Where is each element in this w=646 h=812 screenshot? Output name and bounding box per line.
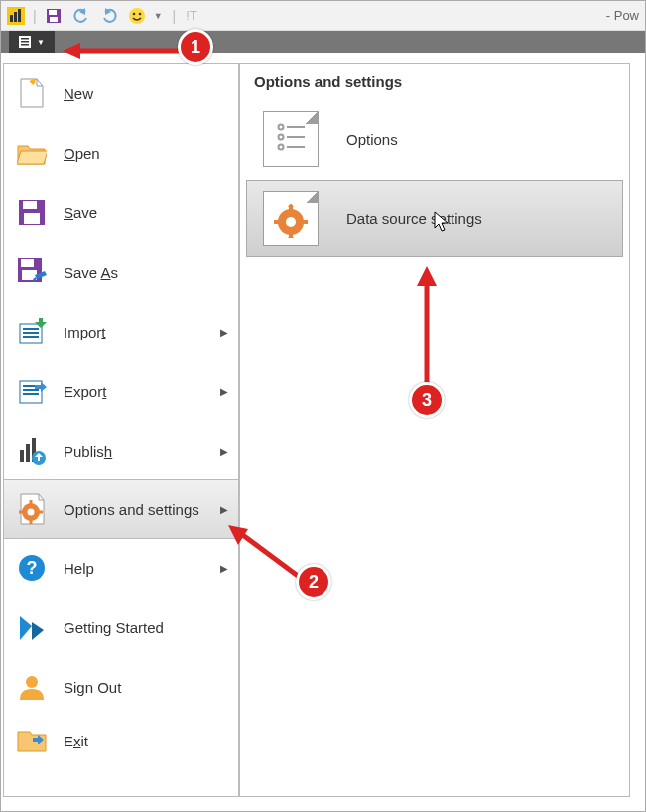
qat-separator: | [33,8,37,24]
svg-rect-51 [274,220,279,224]
svg-rect-18 [21,259,34,267]
svg-rect-37 [39,511,43,514]
smiley-icon[interactable] [126,5,148,27]
options-settings-icon [16,493,48,525]
svg-rect-13 [21,44,29,46]
qat-separator: | [173,8,177,24]
qat-dropdown-icon[interactable]: ▼ [154,11,163,21]
chevron-right-icon: ▶ [220,563,228,574]
menu-label-help: Help [64,560,226,577]
svg-rect-44 [287,136,305,138]
redo-icon[interactable] [98,5,120,27]
svg-rect-6 [50,17,58,22]
menu-label-optset: Options and settings [64,501,226,518]
svg-point-41 [279,125,284,130]
svg-rect-28 [20,450,24,462]
annotation-badge-3: 3 [409,382,445,418]
svg-text:?: ? [27,558,38,578]
save-icon[interactable] [43,5,65,27]
exit-icon [16,725,48,756]
svg-rect-15 [23,201,37,209]
menu-item-help[interactable]: ? Help ▶ [4,538,238,598]
svg-rect-29 [26,444,30,462]
svg-rect-46 [287,146,305,148]
svg-rect-3 [18,9,21,22]
menu-item-exit[interactable]: Exit [4,717,238,764]
titlebar: | ▼ | !T - Pow [1,1,645,31]
menu-label-saveas: Save As [64,264,226,281]
undo-icon[interactable] [70,5,92,27]
file-tab-button[interactable]: ▼ [9,31,55,53]
export-icon [16,375,48,407]
help-icon: ? [16,552,48,584]
submenu-panel: Options and settings Options Data source… [239,63,630,797]
svg-point-7 [129,8,145,24]
menu-label-import: Import [64,324,226,340]
new-file-icon [16,77,48,109]
menu-item-open[interactable]: Open [4,123,238,183]
svg-rect-12 [21,41,29,43]
submenu-label-dss: Data source settings [346,210,482,227]
svg-rect-52 [303,220,308,224]
svg-rect-5 [49,10,57,15]
menu-item-new[interactable]: New [4,64,238,123]
getting-started-icon [16,611,48,643]
window-title-suffix: - Pow [606,1,639,31]
chevron-right-icon: ▶ [220,327,228,338]
menu-item-import[interactable]: Import ▶ [4,302,238,361]
publish-icon [16,435,48,467]
chevron-right-icon: ▶ [220,446,228,457]
svg-rect-2 [14,12,17,22]
svg-rect-26 [23,389,39,391]
svg-point-43 [279,135,284,140]
menu-item-publish[interactable]: Publish ▶ [4,421,238,480]
svg-rect-35 [30,520,33,524]
svg-rect-21 [23,328,39,330]
menu-item-signout[interactable]: Sign Out [4,657,238,717]
svg-point-45 [279,145,284,150]
menu-label-open: Open [64,145,226,162]
import-icon [16,316,48,347]
svg-rect-23 [23,336,39,338]
svg-rect-1 [10,15,13,22]
data-source-settings-icon [263,191,319,246]
file-menu-icon [19,36,33,48]
save-disk-icon [16,197,48,228]
menu-label-getst: Getting Started [64,619,226,636]
svg-rect-22 [23,332,39,334]
submenu-item-options[interactable]: Options [246,100,623,178]
powerbi-logo-icon [5,5,27,27]
svg-rect-34 [30,500,33,504]
menu-item-save[interactable]: Save [4,183,238,242]
svg-rect-16 [24,213,40,224]
chevron-right-icon: ▶ [220,504,228,515]
annotation-badge-1: 1 [178,29,213,65]
submenu-label-options: Options [346,131,398,148]
svg-rect-11 [21,38,29,40]
chevron-right-icon: ▶ [220,386,228,397]
submenu-title: Options and settings [240,64,629,98]
svg-point-40 [26,676,38,688]
menu-label-publish: Publish [64,443,226,460]
menu-item-saveas[interactable]: Save As [4,242,238,302]
menu-label-signout: Sign Out [64,679,226,696]
menu-item-options-settings[interactable]: Options and settings ▶ [3,479,239,539]
signout-icon [16,671,48,703]
file-menu-panel: New Open Save Save As Im [3,63,239,797]
annotation-badge-2: 2 [296,564,331,600]
menu-label-save: Save [64,204,226,221]
open-folder-icon [16,137,48,169]
menu-label-exit: Exit [64,733,226,749]
menu-label-export: Export [64,383,226,400]
svg-point-33 [28,509,35,516]
submenu-item-data-source-settings[interactable]: Data source settings [246,180,623,257]
menu-item-getting-started[interactable]: Getting Started [4,598,238,657]
svg-point-8 [132,12,135,15]
menu-item-export[interactable]: Export ▶ [4,361,238,421]
ribbon-strip: ▼ [1,31,645,53]
svg-point-9 [138,12,141,15]
options-page-icon [263,111,319,167]
title-text-obscured: !T [186,8,197,23]
svg-rect-42 [287,126,305,128]
chevron-down-icon: ▼ [37,38,45,47]
